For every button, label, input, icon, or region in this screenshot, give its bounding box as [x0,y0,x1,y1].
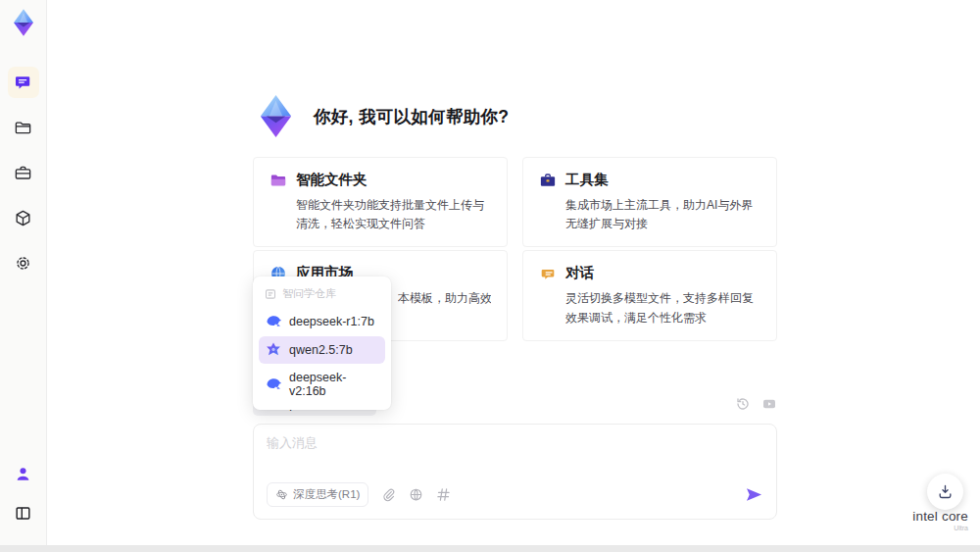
sidebar-item-apps[interactable] [8,202,39,233]
card-desc: 灵活切换多模型文件，支持多样回复效果调试，满足个性化需求 [565,289,760,326]
atom-icon [275,488,288,501]
card-dialog[interactable]: 对话 灵活切换多模型文件，支持多样回复效果调试，满足个性化需求 [522,250,777,340]
download-button[interactable] [927,474,963,510]
greeting-logo-icon [253,93,299,139]
repo-icon [265,288,276,300]
cube-icon [14,209,32,227]
intel-logo-text: intel core [912,509,968,524]
composer-top-actions [735,396,777,412]
message-input[interactable] [267,434,763,468]
card-desc-partial: 本模板，助力高效生成多 [398,289,491,308]
user-icon [14,465,32,483]
page-greeting: 你好, 我可以如何帮助你? [314,105,509,128]
deepseek-whale-icon [266,314,281,329]
card-smart-folder[interactable]: 智能文件夹 智能文件夹功能支持批量文件上传与清洗，轻松实现文件问答 [253,157,508,247]
model-dropdown: 智问学仓库 deepseek-r1:7b qwen2.5:7b deepseek… [253,276,391,410]
card-desc: 智能文件夹功能支持批量文件上传与清洗，轻松实现文件问答 [296,196,491,233]
sidebar [0,0,47,552]
model-option-deepseek-r1[interactable]: deepseek-r1:7b [259,308,385,335]
deep-think-toggle[interactable]: 深度思考(R1) [267,482,368,507]
folder-icon [14,119,32,137]
sidebar-bottom [8,458,39,528]
model-option-label: deepseek-r1:7b [289,315,374,328]
web-search-button[interactable] [409,487,423,502]
bottom-edge-bar [0,545,980,552]
folder-purple-icon [270,172,287,189]
composer: 深度思考(R1) [253,424,777,520]
app-logo-icon [9,8,38,37]
split-panel-icon [14,504,32,523]
qwen-icon [266,342,281,358]
video-icon[interactable] [761,396,777,412]
sidebar-item-folders[interactable] [8,112,39,143]
settings-icon [14,254,32,273]
card-toolset[interactable]: 工具集 集成市场上主流工具，助力AI与外界无缝扩展与对接 [522,157,777,247]
card-title: 工具集 [565,171,609,189]
deepseek-whale-icon [266,376,281,392]
sidebar-item-toolset[interactable] [8,157,39,188]
sidebar-item-account[interactable] [8,458,39,489]
deep-think-label: 深度思考(R1) [293,487,360,502]
briefcase-icon [14,164,32,182]
composer-toolbar: 深度思考(R1) [267,482,763,507]
card-title: 对话 [565,264,594,282]
sidebar-item-chat[interactable] [8,67,39,98]
sidebar-nav [8,67,39,278]
model-option-label: qwen2.5:7b [289,343,353,357]
grid-icon [436,487,451,502]
intel-core-badge: intel core Ultra [912,509,968,531]
greeting-row: 你好, 我可以如何帮助你? [253,93,777,139]
model-option-label: deepseek-v2:16b [289,371,378,398]
chat-icon [14,74,32,92]
main-area: 你好, 我可以如何帮助你? 智能文件夹 智能文件夹功能支持批量文件上传与清洗，轻… [47,0,980,552]
paperclip-icon [381,487,396,502]
model-option-qwen25[interactable]: qwen2.5:7b [259,336,385,364]
model-dropdown-header-label: 智问学仓库 [282,286,336,301]
history-icon[interactable] [735,396,751,412]
download-icon [937,483,954,500]
prompt-library-button[interactable] [436,487,451,502]
globe-icon [409,487,423,502]
send-button[interactable] [745,485,763,504]
intel-sub-text: Ultra [912,525,968,531]
card-title: 智能文件夹 [296,171,368,189]
attach-file-button[interactable] [381,487,396,502]
dialog-icon [539,265,557,282]
model-dropdown-header: 智问学仓库 [259,282,385,307]
sidebar-item-panel-toggle[interactable] [8,497,39,528]
sidebar-item-settings[interactable] [8,247,39,278]
toolbox-icon [539,172,557,189]
card-desc: 集成市场上主流工具，助力AI与外界无缝扩展与对接 [565,196,760,233]
send-icon [745,485,763,504]
model-option-deepseek-v2[interactable]: deepseek-v2:16b [259,365,385,404]
